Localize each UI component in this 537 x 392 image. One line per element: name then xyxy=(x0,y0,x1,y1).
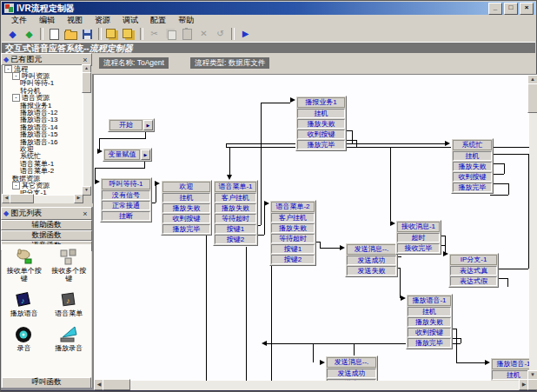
flow-node-welcome[interactable]: 欢迎挂机播放失败收到按键播放完毕 xyxy=(161,180,212,236)
import-resource-button[interactable] xyxy=(104,27,121,41)
node-port[interactable]: 接收完毕 xyxy=(397,243,440,253)
tree-expander-icon[interactable]: - xyxy=(12,72,20,80)
node-port[interactable]: 正常接通 xyxy=(102,201,150,210)
node-port[interactable]: 播放完毕 xyxy=(408,338,451,348)
node-port[interactable]: 发送成功 xyxy=(327,369,376,378)
tree-item[interactable]: 播放语音-16 xyxy=(3,138,83,145)
node-port[interactable]: 没有信号 xyxy=(102,190,150,200)
run-button[interactable]: ▶ xyxy=(237,27,254,41)
menu-help[interactable]: 帮助 xyxy=(172,15,200,26)
diamond-icon: ◆ xyxy=(3,209,9,217)
flow-node-sys-busy[interactable]: 系统忙挂机播放失败收到按键播放完毕 xyxy=(451,138,494,194)
close-icon[interactable]: × xyxy=(81,209,90,218)
flow-connector-line xyxy=(229,147,230,176)
accordion-helper-functions[interactable]: 辅助函数 xyxy=(1,220,92,230)
scroll-right-icon[interactable]: ▶ xyxy=(74,194,83,203)
canvas-hscroll-thumb[interactable] xyxy=(103,379,130,390)
hand-key-tool[interactable]: 接收单个按键 xyxy=(2,248,47,282)
flow-node-assign[interactable]: 变量赋值▶ xyxy=(103,148,152,162)
canvas-vscrollbar[interactable] xyxy=(529,75,537,381)
node-expand-button[interactable]: ▶ xyxy=(143,120,153,130)
flow-node-play-voice-1-mid[interactable]: 播放语音-1挂机播放失败收到按键播放完毕 xyxy=(406,294,453,349)
node-port[interactable]: 播放完毕 xyxy=(453,183,492,192)
menu-file[interactable]: 文件 xyxy=(5,15,33,26)
node-port[interactable]: 挂机 xyxy=(408,307,451,316)
flow-node-voice-menu-2[interactable]: 语音菜单-2客户挂机播放失败等待超时按键1按键2 xyxy=(269,200,316,266)
flow-node-send-msg-1[interactable]: 发送消息--.发送成功发送失败 xyxy=(345,243,398,277)
flow-node-broadcast-1[interactable]: 播报业务1挂机播放失败收到按键播放完毕 xyxy=(295,96,347,151)
menu-config[interactable]: 配置 xyxy=(144,15,172,26)
node-port[interactable]: 收到按键 xyxy=(453,172,492,182)
close-button[interactable]: × xyxy=(520,3,534,15)
menu-edit[interactable]: 编辑 xyxy=(33,15,61,26)
flow-node-call-wait-1[interactable]: 呼叫等待-1没有信号正常接通挂断 xyxy=(100,177,152,223)
node-port[interactable]: 按键2 xyxy=(215,235,256,244)
node-expand-button[interactable]: ▶ xyxy=(141,149,150,160)
menu-resource[interactable]: 资源 xyxy=(89,15,116,26)
node-port[interactable]: 等待超时 xyxy=(215,214,256,223)
node-port[interactable]: 挂断 xyxy=(102,211,150,221)
node-port[interactable]: 等待超时 xyxy=(271,234,315,243)
node-port[interactable]: 按键2 xyxy=(271,255,315,264)
flow-node-ip-branch-1[interactable]: IP分支-1表达式真表达式假 xyxy=(448,253,499,288)
back-diamond-button[interactable]: ◆ xyxy=(4,27,21,41)
export-resource-button[interactable] xyxy=(121,27,137,41)
element-list-header[interactable]: ◆ 图元列表 × xyxy=(1,207,92,220)
menu-view[interactable]: 视图 xyxy=(61,15,89,26)
gramophone-tool[interactable]: 播放录音 xyxy=(47,325,92,352)
cd-tool[interactable]: 录音 xyxy=(2,325,47,352)
note-tool[interactable]: ♪语音菜单 xyxy=(47,290,92,317)
node-port[interactable]: 播放失败 xyxy=(297,119,345,129)
node-port[interactable]: 表达式假 xyxy=(450,276,497,286)
canvas-vscroll-thumb[interactable] xyxy=(527,83,537,113)
tool-label: 接收多个按键 xyxy=(50,267,87,282)
tree-item[interactable]: 呼叫等待-1 xyxy=(3,80,83,87)
node-port[interactable]: 发送失败 xyxy=(347,266,396,276)
node-port[interactable]: 按键1 xyxy=(215,224,256,234)
accordion-data-functions[interactable]: 数据函数 xyxy=(1,230,92,241)
flow-arrowhead-icon xyxy=(155,181,160,186)
node-port[interactable]: 播放失败 xyxy=(215,203,256,213)
node-port[interactable]: 挂机 xyxy=(453,151,492,161)
restore-button[interactable]: □ xyxy=(504,3,518,15)
node-port[interactable]: 按键1 xyxy=(271,244,315,254)
node-port[interactable]: 客户挂机 xyxy=(271,213,315,223)
flow-node-voice-menu-1[interactable]: 语音菜单-1客户挂机播放失败等待超时按键1按键2 xyxy=(213,180,258,246)
node-port[interactable]: 播放失败 xyxy=(271,223,315,233)
minimize-button[interactable]: _ xyxy=(488,3,502,15)
tree-hscroll-thumb[interactable] xyxy=(10,194,34,203)
node-port[interactable]: 播放失败 xyxy=(453,162,492,171)
tree-vscroll-thumb[interactable] xyxy=(82,72,91,93)
tree-expander-icon[interactable]: - xyxy=(12,94,20,102)
node-port[interactable]: 挂机 xyxy=(162,193,210,203)
tree-expander-icon[interactable]: - xyxy=(4,65,12,73)
node-port[interactable]: 挂机 xyxy=(297,109,345,118)
open-file-button[interactable] xyxy=(63,27,79,41)
flow-node-recv-msg-1[interactable]: 接收消息-1超时接收完毕 xyxy=(395,220,441,255)
node-port[interactable]: 发送成功 xyxy=(347,256,396,265)
node-port[interactable]: 超时 xyxy=(397,233,440,243)
title-bar[interactable]: IVR流程定制器 _ □ × xyxy=(2,2,535,15)
node-port[interactable]: 播放失败 xyxy=(408,317,451,327)
forward-diamond-button[interactable]: ◆ xyxy=(21,27,37,41)
flow-canvas[interactable]: ▲ ▼ ◀ ▶ 开始▶变量赋值▶呼叫等待-1没有信号正常接通挂断欢迎挂机播放失败… xyxy=(93,74,537,390)
new-file-button[interactable] xyxy=(46,27,63,41)
node-port[interactable]: 播放失败 xyxy=(162,203,210,213)
canvas-hscrollbar[interactable] xyxy=(94,381,529,390)
multi-key-tool[interactable]: 接收多个按键 xyxy=(47,248,92,282)
node-port[interactable]: 表达式真 xyxy=(450,266,497,276)
node-port[interactable]: 收到按键 xyxy=(408,328,451,337)
forward-diamond-icon: ◆ xyxy=(25,30,32,39)
speaker-tool[interactable]: ♪播放语音 xyxy=(2,290,47,317)
menu-debug[interactable]: 调试 xyxy=(116,15,144,26)
close-icon[interactable]: × xyxy=(81,56,90,64)
node-port[interactable]: 播放完毕 xyxy=(162,224,210,234)
save-file-button[interactable] xyxy=(79,27,96,41)
node-port[interactable]: 客户挂机 xyxy=(215,193,256,203)
node-port[interactable]: 收到按键 xyxy=(297,130,345,139)
flow-node-start[interactable]: 开始▶ xyxy=(108,118,155,132)
node-port[interactable]: 播放完毕 xyxy=(297,140,345,149)
tree-expander-icon[interactable]: - xyxy=(12,182,20,189)
node-port[interactable]: 收到按键 xyxy=(162,214,210,223)
flow-connector-line xyxy=(264,203,265,235)
